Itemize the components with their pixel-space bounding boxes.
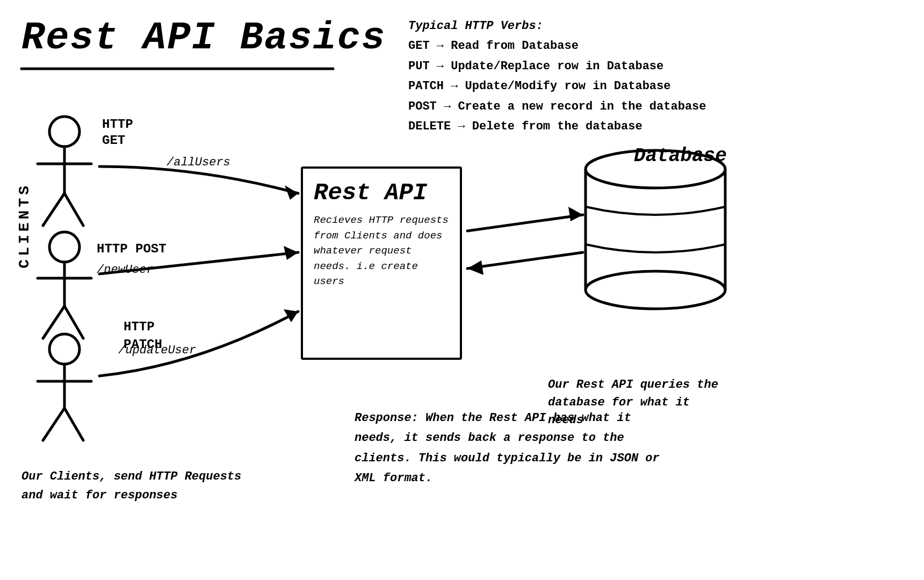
- http-patch-path: /updateUser: [118, 344, 196, 357]
- svg-line-11: [64, 306, 83, 338]
- verb-patch: PATCH → Update/Modify row in Database: [408, 76, 706, 96]
- svg-marker-26: [568, 207, 583, 221]
- svg-line-25: [467, 215, 583, 231]
- rest-api-desc: Recieves HTTP requests from Clients and …: [314, 213, 449, 289]
- clients-caption-line1: Our Clients, send HTTP Requests: [21, 467, 241, 486]
- rest-api-title: Rest API: [314, 179, 449, 206]
- svg-line-5: [64, 193, 83, 226]
- clients-caption-line2: and wait for responses: [21, 486, 241, 505]
- verb-delete: DELETE → Delete from the database: [408, 117, 706, 136]
- http-get-verb: GET: [102, 133, 125, 148]
- svg-point-1: [49, 117, 80, 147]
- verb-post: POST → Create a new record in the databa…: [408, 97, 706, 117]
- svg-line-4: [43, 193, 64, 226]
- svg-marker-6: [285, 185, 298, 200]
- svg-line-18: [64, 408, 83, 440]
- svg-rect-20: [586, 166, 725, 290]
- http-post-path: /newUser: [97, 263, 154, 277]
- database-label: Database: [634, 145, 727, 167]
- svg-line-10: [43, 306, 64, 338]
- svg-marker-19: [284, 309, 298, 322]
- verb-put: PUT → Update/Replace row in Database: [408, 56, 706, 76]
- http-post-label: HTTP POST: [97, 242, 167, 256]
- page-title: Rest API Basics: [21, 16, 386, 60]
- verb-get: GET → Read from Database: [408, 36, 706, 56]
- verbs-section: Typical HTTP Verbs: GET → Read from Data…: [408, 16, 706, 136]
- response-text: Response: When the Rest API has what it …: [355, 408, 677, 489]
- svg-point-7: [49, 232, 80, 262]
- http-get-path: /allUsers: [167, 156, 230, 169]
- svg-line-27: [467, 252, 583, 269]
- svg-point-14: [49, 334, 80, 364]
- svg-line-17: [43, 408, 64, 440]
- svg-marker-13: [284, 246, 298, 260]
- clients-label: CLIENTS: [16, 183, 33, 269]
- svg-marker-28: [467, 260, 483, 275]
- svg-point-24: [586, 271, 725, 309]
- http-get-method: HTTP: [102, 117, 133, 132]
- verbs-heading: Typical HTTP Verbs:: [408, 16, 706, 36]
- clients-caption: Our Clients, send HTTP Requests and wait…: [21, 467, 241, 505]
- http-patch-method: HTTP: [124, 320, 155, 334]
- rest-api-box: Rest API Recieves HTTP requests from Cli…: [301, 166, 462, 360]
